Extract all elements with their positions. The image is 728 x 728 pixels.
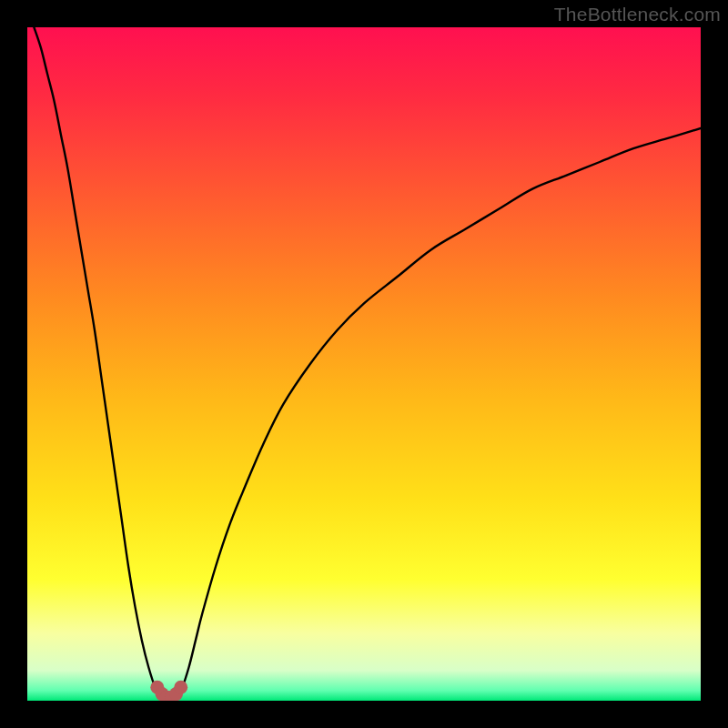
plot-area — [27, 27, 701, 701]
optimum-marker — [174, 681, 187, 694]
outer-frame: TheBottleneck.com — [0, 0, 728, 728]
gradient-background — [27, 27, 701, 701]
watermark-text: TheBottleneck.com — [554, 4, 721, 25]
bottleneck-chart — [27, 27, 701, 701]
